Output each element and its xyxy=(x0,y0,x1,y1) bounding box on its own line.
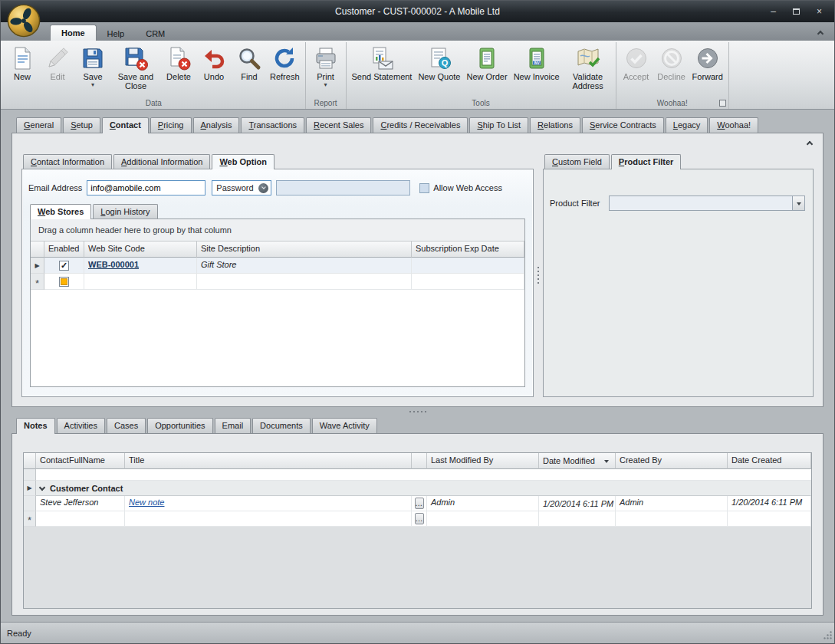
password-selector[interactable]: Password xyxy=(212,180,271,196)
column-header-last-modified-by[interactable]: Last Modified By xyxy=(427,453,539,469)
tab-additional-information[interactable]: Additional Information xyxy=(113,154,210,169)
column-header-title[interactable]: Title xyxy=(125,453,412,469)
tab-recent-sales[interactable]: Recent Sales xyxy=(306,117,371,133)
tab-opportunities[interactable]: Opportunities xyxy=(147,418,212,433)
ribbon-group-label: Woohaa! xyxy=(616,99,728,107)
resize-grip-icon[interactable] xyxy=(823,630,833,642)
tab-contact[interactable]: Contact xyxy=(102,117,149,133)
tab-woohaa[interactable]: Woohaa! xyxy=(709,117,758,133)
column-header-date-created[interactable]: Date Created xyxy=(728,453,811,469)
column-header-enabled[interactable]: Enabled xyxy=(44,242,84,258)
vertical-splitter[interactable] xyxy=(534,153,543,397)
tab-web-option[interactable]: Web Option xyxy=(212,154,274,169)
dropdown-arrow-icon[interactable]: ▾ xyxy=(324,82,327,87)
save-button[interactable]: Save ▾ xyxy=(75,44,110,88)
table-row[interactable]: ▶ ✓ WEB-000001 Gift Store xyxy=(31,258,524,274)
tab-contact-information[interactable]: Contact Information xyxy=(23,154,112,169)
tab-product-filter[interactable]: Product Filter xyxy=(611,154,682,169)
status-text: Ready xyxy=(7,629,31,638)
tab-transactions[interactable]: Transactions xyxy=(241,117,304,133)
check-icon: ✓ xyxy=(61,261,67,270)
ribbon-group-tools: Send Statement Q New Quote New Order INV… xyxy=(347,42,616,109)
group-row-customer-contact[interactable]: ▶ Customer Contact xyxy=(24,481,811,496)
column-header-web-site-code[interactable]: Web Site Code xyxy=(84,242,197,258)
ellipsis-button[interactable]: … xyxy=(415,513,424,524)
refresh-icon xyxy=(272,46,297,71)
dialog-launcher-icon[interactable] xyxy=(719,100,726,107)
tab-activities[interactable]: Activities xyxy=(57,418,105,433)
sort-dropdown-icon[interactable] xyxy=(601,456,611,466)
tab-analysis[interactable]: Analysis xyxy=(193,117,240,133)
validate-address-button[interactable]: Validate Address xyxy=(563,44,613,91)
client-area: General Setup Contact Pricing Analysis T… xyxy=(1,110,834,622)
note-title-link[interactable]: New note xyxy=(129,498,164,507)
delete-icon xyxy=(166,46,191,71)
new-row[interactable]: * xyxy=(31,274,524,290)
tab-documents[interactable]: Documents xyxy=(252,418,311,433)
send-statement-button[interactable]: Send Statement xyxy=(349,44,416,82)
tab-general[interactable]: General xyxy=(16,117,61,133)
password-input[interactable] xyxy=(276,180,410,196)
column-header-date-modified[interactable]: Date Modified xyxy=(539,453,616,469)
table-row[interactable]: Steve Jefferson New note … Admin 1/20/20… xyxy=(24,496,811,511)
title-cell: New note xyxy=(125,496,412,511)
minimize-button[interactable]: – xyxy=(763,5,784,18)
web-credentials-row: Email Address Password Allow Web Access xyxy=(22,169,533,203)
maximize-button[interactable] xyxy=(786,5,807,18)
tab-pricing[interactable]: Pricing xyxy=(150,117,192,133)
save-and-close-button[interactable]: Save and Close xyxy=(110,44,161,91)
ellipsis-button[interactable]: … xyxy=(415,498,424,509)
new-quote-button[interactable]: Q New Quote xyxy=(415,44,463,82)
app-menu-button[interactable] xyxy=(6,3,41,38)
tab-relations[interactable]: Relations xyxy=(530,117,580,133)
expand-chevron-icon[interactable] xyxy=(39,484,45,490)
allow-web-access-checkbox[interactable] xyxy=(419,183,429,193)
tab-service-contracts[interactable]: Service Contracts xyxy=(582,117,664,133)
web-site-code-link[interactable]: WEB-000001 xyxy=(88,260,139,269)
undo-button[interactable]: Undo xyxy=(196,44,232,82)
enabled-checkbox[interactable]: ✓ xyxy=(59,261,69,271)
ribbon-tab-help[interactable]: Help xyxy=(97,26,136,41)
tab-web-stores[interactable]: Web Stores xyxy=(30,204,91,219)
new-invoice-button[interactable]: INV New Invoice xyxy=(511,44,563,82)
column-header-subscription-exp-date[interactable]: Subscription Exp Date xyxy=(412,242,524,258)
tab-login-history[interactable]: Login History xyxy=(93,204,157,219)
new-order-button[interactable]: New Order xyxy=(463,44,510,82)
refresh-button[interactable]: Refresh xyxy=(267,44,303,82)
combo-dropdown-button[interactable] xyxy=(792,196,804,210)
tab-wave-activity[interactable]: Wave Activity xyxy=(312,418,377,433)
new-button[interactable]: New xyxy=(5,44,40,82)
enabled-checkbox[interactable] xyxy=(59,277,69,287)
tab-legacy[interactable]: Legacy xyxy=(666,117,708,133)
tab-custom-field[interactable]: Custom Field xyxy=(544,154,610,169)
tab-setup[interactable]: Setup xyxy=(63,117,100,133)
tab-email[interactable]: Email xyxy=(215,418,251,433)
dropdown-arrow-icon[interactable]: ▾ xyxy=(91,82,94,87)
horizontal-splitter[interactable] xyxy=(12,407,823,416)
ribbon-collapse-button[interactable] xyxy=(814,27,827,38)
tab-notes[interactable]: Notes xyxy=(16,418,55,434)
notes-grid: ContactFullName Title Last Modified By D… xyxy=(23,452,812,609)
email-address-input[interactable] xyxy=(87,180,205,196)
column-header-created-by[interactable]: Created By xyxy=(616,453,728,469)
web-option-section: Contact Information Additional Informati… xyxy=(21,153,534,397)
tab-ship-to-list[interactable]: Ship To List xyxy=(469,117,528,133)
product-filter-select[interactable] xyxy=(609,196,805,211)
ribbon-tab-crm[interactable]: CRM xyxy=(135,26,176,41)
new-row[interactable]: * … xyxy=(24,511,811,527)
product-filter-section: Custom Field Product Filter Product Filt… xyxy=(543,153,814,397)
forward-button[interactable]: Forward xyxy=(689,44,726,82)
group-by-panel[interactable]: Drag a column header here to group by th… xyxy=(31,219,524,242)
tab-cases[interactable]: Cases xyxy=(107,418,146,433)
tab-credits-receivables[interactable]: Credits / Receivables xyxy=(373,117,468,133)
enabled-cell xyxy=(44,274,84,290)
ribbon-tab-home[interactable]: Home xyxy=(50,25,97,41)
column-header-site-description[interactable]: Site Description xyxy=(197,242,412,258)
close-button[interactable]: × xyxy=(809,5,830,18)
find-button[interactable]: Find xyxy=(232,44,267,82)
column-header-contactfullname[interactable]: ContactFullName xyxy=(36,453,125,469)
new-document-icon xyxy=(10,46,35,71)
delete-button[interactable]: Delete xyxy=(161,44,196,82)
collapse-panel-button[interactable] xyxy=(804,137,816,148)
print-button[interactable]: Print ▾ xyxy=(308,44,344,88)
